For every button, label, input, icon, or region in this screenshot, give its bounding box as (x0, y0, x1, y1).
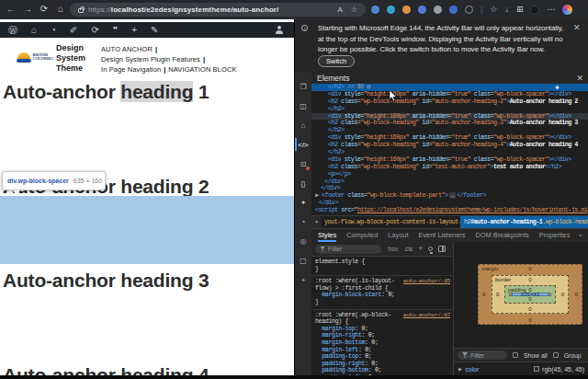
ext-orange-icon[interactable] (402, 6, 411, 14)
styles-sidebar-pane: margin 0 0 0 0 border 0 0 0 0 padding 0 (453, 242, 588, 379)
performance-icon[interactable]: ◔ (295, 212, 311, 232)
more-tools-icon[interactable]: + (295, 270, 311, 290)
tab-styles[interactable]: Styles (318, 229, 336, 242)
elements-tree-line[interactable]: </h2> (311, 106, 588, 113)
wordpress-logo-icon[interactable]: Ⓦ (8, 26, 17, 35)
split-panel-icon[interactable]: ◫ (295, 97, 311, 116)
devtools-panel: i Starting with Microsoft Edge 144, the … (294, 19, 588, 379)
elements-tree-line[interactable]: <div style="height:160px" aria-hidden="t… (311, 113, 588, 121)
url-bar[interactable]: https://localhost/e2edesignsystemtheme/a… (70, 3, 366, 17)
bookmark-star-icon[interactable]: ☆ (351, 6, 357, 14)
my-sites-icon[interactable]: ⌂ (31, 26, 37, 35)
ext-c-ring-icon[interactable] (465, 6, 473, 14)
account-avatar-icon[interactable] (530, 6, 539, 15)
elements-tree-line[interactable]: <div style="height:160px" aria-hidden="t… (311, 156, 588, 164)
sparkle-icon: ✦ (554, 84, 560, 92)
comments-icon[interactable]: ❞ (113, 26, 118, 35)
elements-tree-line[interactable]: <p></p> (311, 171, 588, 178)
cls-toggle[interactable]: .cls (403, 246, 413, 252)
ext-password-icon[interactable] (371, 6, 379, 14)
ext-hexagon-icon[interactable] (387, 6, 395, 14)
color-swatch (534, 366, 539, 372)
elements-tree-line[interactable]: <div style="height:160px" aria-hidden="t… (311, 91, 588, 98)
computed-color-row[interactable]: ▶ color rgb(45, 45, 45) (454, 362, 588, 375)
elements-tree-line[interactable]: </h2> (311, 127, 588, 134)
new-content-icon[interactable]: + (131, 26, 137, 35)
switch-button[interactable]: Switch (318, 55, 355, 67)
nav-link-design-system-plugin-features[interactable]: Design System Plugin Features (101, 55, 200, 63)
welcome-home-icon[interactable]: ⌂ (295, 116, 311, 135)
elements-tree-line[interactable]: </div> (311, 200, 588, 207)
elements-close-icon[interactable]: ✕ (576, 74, 583, 83)
stylesheet-link[interactable]: auto-anchor/:87 (403, 312, 450, 318)
sources-icon[interactable]: {} (295, 174, 311, 193)
favorites-star-icon[interactable]: ☆ (490, 6, 497, 14)
console-icon[interactable]: ⊡ (295, 155, 311, 174)
elements-tree-line[interactable]: </h2> == $0 ◎ (311, 84, 588, 91)
box-model-diagram[interactable]: margin 0 0 0 0 border 0 0 0 0 padding 0 (478, 264, 582, 325)
sidebar-toggle-icon[interactable] (438, 246, 446, 252)
reload-icon[interactable]: ⟳ (37, 4, 51, 15)
home-icon[interactable]: ⌂ (53, 4, 68, 15)
dock-panel-icon[interactable]: ❐ (295, 77, 311, 97)
expand-triangle-icon[interactable]: ▶ (458, 366, 462, 372)
elements-tree-line[interactable]: <h2 class="wp-block-heading" id="test-au… (311, 164, 588, 171)
tab-dom-breakpoints[interactable]: DOM Breakpoints (475, 229, 528, 242)
tab-layout[interactable]: Layout (388, 229, 408, 242)
customizer-brush-icon[interactable]: ✐ (70, 26, 77, 35)
chevron-down-icon[interactable]: ⌄ (577, 230, 583, 238)
network-icon[interactable]: ✦ (295, 193, 311, 212)
dashboard-gauge-icon[interactable]: ◔ (51, 26, 56, 35)
elements-tree-line[interactable]: <div style="height:160px" aria-hidden="t… (311, 134, 588, 142)
notification-close-icon[interactable]: ✕ (573, 23, 581, 32)
ext-pencil-icon[interactable] (418, 6, 426, 14)
downloads-icon[interactable]: ↓ (504, 6, 509, 14)
elements-tree-line[interactable]: <h2 class="wp-block-heading" id="auto-an… (311, 120, 588, 127)
breadcrumb-selected[interactable]: h2#auto-anchor-heading-1.wp-block-headin… (460, 216, 588, 228)
ext-check-blue-icon[interactable] (449, 6, 458, 14)
elements-icon[interactable]: </> (295, 135, 311, 155)
elements-tree-line[interactable]: ▶ <footer class="wp-block-template-part"… (311, 192, 588, 200)
application-icon[interactable]: ▢ (295, 251, 311, 270)
elements-tree-line[interactable]: </div> (311, 185, 588, 192)
box-model-content: 635×43 (512, 293, 548, 296)
styles-filter-input[interactable]: Filter (315, 245, 381, 254)
hov-toggle[interactable]: :hov (387, 246, 398, 252)
memory-icon[interactable]: ◎ (295, 232, 311, 251)
tab-computed[interactable]: Computed (346, 229, 378, 242)
ext-shield-gray-icon[interactable] (434, 6, 442, 14)
hints-lightbulb-icon[interactable] (428, 247, 433, 251)
new-style-rule-button[interactable]: + (418, 245, 423, 253)
tab-event-listeners[interactable]: Event Listeners (418, 229, 465, 242)
elements-tree-line[interactable]: </h2> (311, 149, 588, 156)
forward-icon[interactable]: → (20, 4, 35, 15)
breadcrumb-parent[interactable]: yout-flow.wp-block-post-content-is-layou… (321, 219, 460, 225)
show-all-checkbox[interactable] (513, 352, 518, 358)
style-rule[interactable]: element.style {} (311, 257, 453, 276)
group-label: Group (564, 352, 582, 359)
nav-link-navigation-block[interactable]: NAVIGATION BLOCK (168, 65, 236, 74)
nav-link-in-page-navigation[interactable]: In Page Navigation (101, 65, 161, 74)
breadcrumb-back-icon[interactable]: ◂ (311, 216, 321, 228)
elements-tree-line[interactable]: <script src="https://localhost/e2edesign… (311, 207, 588, 214)
tab-properties[interactable]: Properties (539, 229, 571, 242)
updates-icon[interactable]: ⟳ (91, 26, 98, 35)
computed-filter-input[interactable]: Filter (458, 350, 507, 360)
edit-icon[interactable]: ✎ (151, 26, 158, 35)
style-rule[interactable]: auto-anchor/:87:root :where(.wp-block-he… (311, 310, 453, 379)
nav-link-auto-anchor[interactable]: AUTO ANCHOR (101, 45, 153, 53)
back-icon[interactable]: ← (4, 4, 18, 15)
reading-mode-icon[interactable]: A (337, 6, 342, 14)
group-checkbox[interactable] (553, 352, 559, 358)
elements-tree-line[interactable]: <h2 class="wp-block-heading" id="auto-an… (311, 98, 588, 106)
profile-avatar-icon[interactable] (562, 5, 572, 15)
extension-icons-row: |☆↓⊞⋯ (371, 5, 572, 15)
extensions-grid-icon[interactable]: ⊞ (516, 6, 524, 14)
style-rule[interactable]: auto-anchor/:85:root :where(.is-layout-f… (311, 276, 453, 309)
more-menu-icon[interactable]: ⋯ (547, 6, 555, 14)
elements-tree-line[interactable]: </div> (311, 178, 588, 186)
stylesheet-link[interactable]: auto-anchor/:85 (403, 278, 450, 284)
web-page: Ⓦ⌂◔✐⟳❞+✎ BRITISHCOLUMBIA DesignSystemThe… (0, 19, 294, 375)
account-person-icon[interactable] (275, 26, 283, 34)
elements-tree-line[interactable]: <h2 class="wp-block-heading" id="auto-an… (311, 142, 588, 149)
